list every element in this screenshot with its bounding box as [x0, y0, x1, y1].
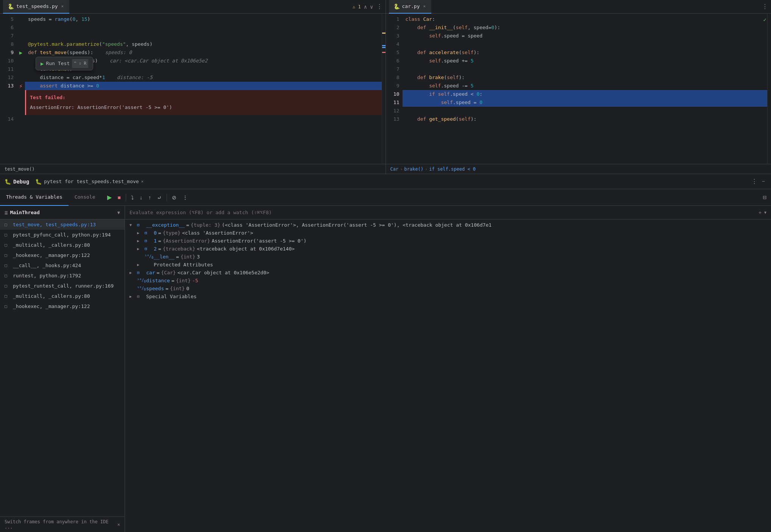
more-actions-icon[interactable]: ⋮ — [376, 3, 382, 10]
frame-icon-0: □ — [5, 222, 10, 227]
resume-button[interactable]: ▶ — [105, 192, 114, 202]
chevron-down-icon: ▼ — [764, 210, 766, 215]
frame-hookexec-1[interactable]: □ _hookexec, _manager.py:122 — [0, 250, 125, 260]
switch-frames-label: Switch frames from anywhere in the IDE .… — [5, 519, 117, 530]
right-line-3: self.speed = speed — [406, 32, 765, 40]
tab-car[interactable]: 🐍 car.py ✕ — [389, 0, 432, 14]
right-line-8: def brake(self): — [406, 73, 765, 82]
vars-list: ▼ ⊟ __exception__ = {tuple: 3} (<class '… — [125, 219, 771, 532]
right-line-10: if self.speed < 0: — [403, 90, 768, 98]
debug-tabs-toolbar: Threads & Variables Console ▶ ■ ⤵ ↓ ↑ ⤾ … — [0, 189, 771, 206]
breadcrumb-condition: if self.speed < 0 — [429, 166, 476, 172]
var1-name: 1 — [154, 238, 157, 244]
step-out-button[interactable]: ↑ — [146, 193, 154, 202]
error-title: Test failed: — [30, 93, 378, 102]
speeds-icon: ¹⁰/0 — [137, 286, 145, 291]
var2-expand: ▶ — [137, 247, 143, 251]
session-close[interactable]: ✕ — [141, 179, 144, 184]
debug-content: ≡ MainThread ▼ □ test_move, test_speeds.… — [0, 206, 771, 532]
stop-button[interactable]: ■ — [115, 193, 123, 202]
tab-car-close[interactable]: ✕ — [422, 3, 427, 9]
debug-tab-console[interactable]: Console — [69, 189, 101, 206]
speeds-name: speeds — [146, 286, 164, 291]
exception-type-icon: ⊟ — [137, 222, 145, 227]
var-speeds[interactable]: ¹⁰/0 speeds = {int} 0 — [125, 285, 771, 292]
frame-test-move[interactable]: □ test_move, test_speeds.py:13 — [0, 219, 125, 230]
var-exception[interactable]: ▼ ⊟ __exception__ = {tuple: 3} (<class '… — [125, 221, 771, 229]
thread-panel: ≡ MainThread ▼ □ test_move, test_speeds.… — [0, 206, 125, 532]
code-line-5: speeds = range(0, 15) — [28, 15, 379, 23]
more-options-icon[interactable]: ⋮ — [751, 178, 757, 185]
frame-multicall-2[interactable]: □ _multicall, _callers.py:80 — [0, 291, 125, 301]
var-2[interactable]: ▶ ⊟ 2 = {traceback} <traceback object at… — [125, 245, 771, 253]
car-expand: ▶ — [130, 271, 136, 275]
thread-chevron[interactable]: ▼ — [117, 210, 120, 215]
code-line-7 — [28, 32, 379, 40]
thread-list: □ test_move, test_speeds.py:13 □ pytest_… — [0, 219, 125, 516]
run-test-gutter-icon[interactable]: ▶ — [19, 50, 22, 56]
exception-eq: = — [186, 222, 189, 228]
step-into-button[interactable]: ↓ — [137, 193, 145, 202]
error-gutter-icon: ⚡ — [19, 82, 23, 90]
var1-icon: ⊟ — [145, 238, 152, 243]
nav-up-icon[interactable]: ∧ — [364, 4, 367, 10]
tab-test-speeds[interactable]: 🐍 test_speeds.py ✕ — [3, 0, 69, 14]
debug-tab-threads[interactable]: Threads & Variables — [0, 189, 69, 206]
frame-label-1: pytest_pyfunc_call, python.py:194 — [13, 232, 111, 238]
run-to-cursor-button[interactable]: ⤾ — [155, 193, 164, 202]
switch-frames-close[interactable]: ✕ — [117, 522, 120, 527]
expr-input[interactable] — [130, 210, 754, 215]
var2-name: 2 — [154, 246, 157, 252]
right-line-5: def accelerate(self): — [406, 48, 765, 57]
speeds-type: {int} — [170, 286, 185, 291]
code-line-9: def test_move(speeds): speeds: 0 ▶ Run T… — [28, 48, 379, 57]
tab-test-speeds-close[interactable]: ✕ — [60, 3, 65, 9]
var-special[interactable]: ▶ ⊟ Special Variables — [125, 292, 771, 300]
frame-multicall-1[interactable]: □ _multicall, _callers.py:80 — [0, 240, 125, 250]
var1-value: AssertionError('assert -5 >= 0') — [212, 238, 306, 244]
right-code-lines: class Car: def __init__(self, speed=0): … — [403, 14, 768, 164]
run-test-popup[interactable]: ▶ Run Test ^ ⇧ R — [36, 57, 93, 70]
var-0[interactable]: ▶ ⊟ 0 = {type} <class 'AssertionError'> — [125, 229, 771, 237]
protected-expand: ▶ — [137, 263, 143, 267]
step-over-button[interactable]: ⤵ — [128, 193, 136, 202]
scroll-mark-warning — [382, 33, 386, 34]
more-debug-actions[interactable]: ⋮ — [180, 193, 190, 202]
right-tab-bar: 🐍 car.py ✕ ⋮ — [386, 0, 771, 14]
var-car[interactable]: ▶ ⊟ car = {Car} <car.Car object at 0x106… — [125, 269, 771, 277]
frame-runtest[interactable]: □ runtest, python.py:1792 — [0, 271, 125, 281]
frame-label-2: _multicall, _callers.py:80 — [13, 242, 90, 248]
var-len[interactable]: ¹⁰/0 __len__ = {int} 3 — [125, 253, 771, 261]
frame-label-3: _hookexec, _manager.py:122 — [13, 252, 90, 258]
var1-expand: ▶ — [137, 239, 143, 243]
var-distance[interactable]: ¹⁰/0 distance = {int} -5 — [125, 277, 771, 285]
frame-hookexec-2[interactable]: □ _hookexec, _manager.py:122 — [0, 301, 125, 311]
debug-top-bar: 🐛 Debug 🐛 pytest for test_speeds.test_mo… — [0, 174, 771, 189]
right-more-actions[interactable]: ⋮ — [762, 3, 768, 10]
nav-down-icon[interactable]: ∨ — [370, 4, 373, 10]
minimize-icon[interactable]: － — [760, 177, 766, 185]
frame-icon-1: □ — [5, 232, 10, 237]
left-line-numbers: 5 6 7 8 9 10 11 12 13 14 — [0, 14, 17, 164]
frame-pytest-runtest[interactable]: □ pytest_runtest_call, runner.py:169 — [0, 281, 125, 291]
add-watch-btn[interactable]: ＋ ▼ — [757, 209, 766, 216]
frame-call[interactable]: □ __call__, _hooks.py:424 — [0, 260, 125, 271]
left-editor-scrollbar[interactable] — [382, 14, 386, 164]
frame-pytest-pyfunc[interactable]: □ pytest_pyfunc_call, python.py:194 — [0, 230, 125, 240]
right-editor-scrollbar[interactable] — [767, 14, 771, 164]
debug-tab-label[interactable]: 🐛 Debug — [5, 179, 29, 185]
var-protected[interactable]: ▶ Protected Attributes — [125, 261, 771, 269]
right-check-icon: ✓ — [763, 17, 766, 23]
var0-type: {type} — [163, 230, 181, 236]
left-code-area: 5 6 7 8 9 10 11 12 13 14 — [0, 14, 386, 164]
special-icon: ⊟ — [137, 294, 145, 299]
layout-toggle[interactable]: ⊟ — [758, 194, 771, 201]
right-line-2: def __init__(self, speed=0): — [406, 23, 765, 32]
frame-label-6: pytest_runtest_call, runner.py:169 — [13, 283, 114, 289]
frame-icon-7: □ — [5, 294, 10, 299]
var-1[interactable]: ▶ ⊟ 1 = {AssertionError} AssertionError(… — [125, 237, 771, 245]
mute-breakpoints-button[interactable]: ⊘ — [169, 193, 179, 202]
frame-label-4: __call__, _hooks.py:424 — [13, 263, 81, 268]
left-tab-bar: 🐍 test_speeds.py ✕ ⚠ 1 ∧ ∨ ⋮ — [0, 0, 386, 14]
pytest-icon: 🐛 — [35, 179, 42, 185]
